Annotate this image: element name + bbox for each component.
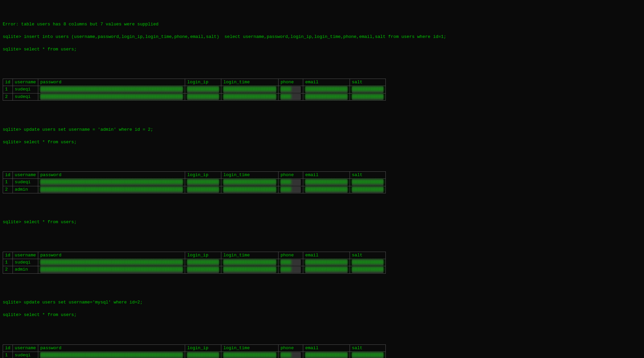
update2-section: sqlite> update users set username='mysql…: [3, 293, 641, 324]
ip-blurred: ████████████: [187, 352, 219, 358]
select-command-1: sqlite> select * from users;: [3, 46, 641, 53]
col-password: password: [38, 252, 185, 259]
salt-blurred: ████████████: [352, 94, 384, 100]
table3-section: id username password login_ip login_time…: [3, 245, 641, 280]
email-blurred: ████████████████: [305, 86, 348, 92]
col-id: id: [3, 345, 13, 352]
col-password: password: [38, 172, 185, 179]
ip-blurred: ████████████: [187, 86, 219, 92]
password-blurred: ████████████████████████████████████████…: [40, 86, 183, 92]
col-username: username: [13, 345, 38, 352]
col-id: id: [3, 79, 13, 86]
email-blurred: ████████████████: [305, 352, 348, 358]
col-phone: phone: [278, 345, 303, 352]
users-table-3: id username password login_ip login_time…: [3, 252, 386, 274]
phone-blurred: ████: [281, 86, 301, 92]
users-table-2: id username password login_ip login_time…: [3, 171, 386, 193]
update1-section: sqlite> update users set username = 'adm…: [3, 120, 641, 151]
col-username: username: [13, 172, 38, 179]
select3-section: sqlite> select * from users;: [3, 213, 641, 232]
col-username: username: [13, 79, 38, 86]
ip-blurred: ████████████: [187, 187, 219, 193]
salt-blurred: ████████████: [352, 259, 384, 266]
col-login_ip: login_ip: [185, 172, 221, 179]
table-row: 2 sudeqi ███████████████████████████████…: [3, 93, 386, 100]
col-password: password: [38, 345, 185, 352]
col-id: id: [3, 252, 13, 259]
col-login_ip: login_ip: [185, 79, 221, 86]
terminal-window: Error: table users has 8 columns but 7 v…: [3, 3, 641, 358]
error-line: Error: table users has 8 columns but 7 v…: [3, 21, 641, 28]
col-phone: phone: [278, 252, 303, 259]
col-salt: salt: [350, 172, 386, 179]
select-cmd-2: sqlite> select * from users;: [3, 139, 641, 146]
time-blurred: ████████████████████: [223, 187, 276, 193]
password-blurred: ████████████████████████████████████████…: [40, 259, 183, 266]
col-login_time: login_time: [221, 252, 278, 259]
email-blurred: ████████████████: [305, 94, 348, 100]
password-blurred: ████████████████████████████████████████…: [40, 267, 183, 273]
update-cmd-1: sqlite> update users set username = 'adm…: [3, 127, 641, 133]
phone-blurred: ████: [281, 267, 301, 273]
update-cmd-2: sqlite> update users set username='mysql…: [3, 299, 641, 306]
email-blurred: ████████████████: [305, 179, 348, 185]
error-section: Error: table users has 8 columns but 7 v…: [3, 15, 641, 59]
col-phone: phone: [278, 79, 303, 86]
col-email: email: [303, 172, 350, 179]
salt-blurred: ████████████: [352, 352, 384, 358]
ip-blurred: ████████████: [187, 179, 219, 185]
ip-blurred: ████████████: [187, 94, 219, 100]
col-phone: phone: [278, 172, 303, 179]
salt-blurred: ████████████: [352, 179, 384, 185]
col-email: email: [303, 345, 350, 352]
col-salt: salt: [350, 252, 386, 259]
table4-section: id username password login_ip login_time…: [3, 338, 641, 358]
table1-section: id username password login_ip login_time…: [3, 72, 641, 107]
col-login_time: login_time: [221, 345, 278, 352]
col-login_time: login_time: [221, 79, 278, 86]
phone-blurred: ████: [281, 187, 301, 193]
time-blurred: ████████████████████: [223, 179, 276, 185]
salt-blurred: ████████████: [352, 86, 384, 92]
phone-blurred: ████: [281, 94, 301, 100]
time-blurred: ████████████████████: [223, 86, 276, 92]
email-blurred: ████████████████: [305, 259, 348, 266]
col-salt: salt: [350, 345, 386, 352]
email-blurred: ████████████████: [305, 267, 348, 273]
table-row: 1 sudeqi ███████████████████████████████…: [3, 259, 386, 266]
col-login_time: login_time: [221, 172, 278, 179]
table-row: 1 sudeqi ███████████████████████████████…: [3, 179, 386, 186]
time-blurred: ████████████████████: [223, 259, 276, 266]
salt-blurred: ████████████: [352, 267, 384, 273]
insert-command: sqlite> insert into users (username,pass…: [3, 34, 641, 40]
ip-blurred: ████████████: [187, 267, 219, 273]
ip-blurred: ████████████: [187, 259, 219, 266]
password-blurred: ████████████████████████████████████████…: [40, 187, 183, 193]
users-table-4: id username password login_ip login_time…: [3, 344, 386, 358]
select-cmd-4: sqlite> select * from users;: [3, 312, 641, 318]
users-table-1: id username password login_ip login_time…: [3, 79, 386, 101]
col-login_ip: login_ip: [185, 345, 221, 352]
phone-blurred: ████: [281, 259, 301, 266]
time-blurred: ████████████████████: [223, 94, 276, 100]
email-blurred: ████████████████: [305, 187, 348, 193]
col-email: email: [303, 252, 350, 259]
table-row: 2 admin ████████████████████████████████…: [3, 266, 386, 273]
table2-section: id username password login_ip login_time…: [3, 165, 641, 200]
col-salt: salt: [350, 79, 386, 86]
password-blurred: ████████████████████████████████████████…: [40, 352, 183, 358]
select-cmd-3: sqlite> select * from users;: [3, 219, 641, 226]
col-id: id: [3, 172, 13, 179]
time-blurred: ████████████████████: [223, 267, 276, 273]
password-blurred: ████████████████████████████████████████…: [40, 179, 183, 185]
col-login_ip: login_ip: [185, 252, 221, 259]
time-blurred: ████████████████████: [223, 352, 276, 358]
table-row: 1 sudeqi ███████████████████████████████…: [3, 86, 386, 93]
col-password: password: [38, 79, 185, 86]
col-email: email: [303, 79, 350, 86]
phone-blurred: ████: [281, 179, 301, 185]
table-row: 1 sudeqi ███████████████████████████████…: [3, 352, 386, 358]
col-username: username: [13, 252, 38, 259]
salt-blurred: ████████████: [352, 187, 384, 193]
table-row: 2 admin ████████████████████████████████…: [3, 186, 386, 193]
